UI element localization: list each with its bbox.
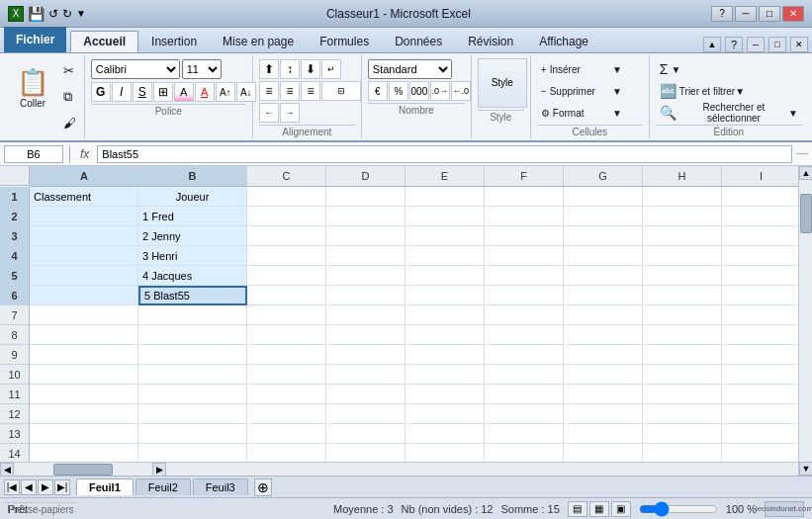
cell-H9[interactable] — [643, 345, 722, 365]
row-header-4[interactable]: 4 — [0, 246, 29, 266]
tab-fichier[interactable]: Fichier — [4, 27, 66, 52]
cell-C3[interactable] — [247, 226, 326, 246]
cell-B7[interactable] — [138, 305, 247, 325]
cell-G4[interactable] — [564, 246, 643, 266]
cell-H11[interactable] — [643, 385, 722, 404]
indent-dec-btn[interactable]: ← — [259, 103, 279, 123]
tab-mise-en-page[interactable]: Mise en page — [210, 31, 307, 52]
couper-button[interactable]: ✂ — [59, 60, 80, 80]
dec-inc-btn[interactable]: .0→ — [430, 81, 450, 101]
cell-reference[interactable] — [4, 145, 63, 163]
row-header-12[interactable]: 12 — [0, 404, 29, 424]
sheet-nav-prev[interactable]: ◀ — [21, 479, 37, 495]
zoom-slider[interactable] — [639, 502, 718, 516]
percent-btn[interactable]: % — [389, 81, 408, 101]
cell-D12[interactable] — [326, 404, 406, 424]
cell-H7[interactable] — [643, 305, 722, 325]
cell-G2[interactable] — [564, 207, 643, 226]
cell-D10[interactable] — [326, 365, 406, 385]
cell-B1[interactable]: Joueur — [138, 187, 247, 207]
col-header-C[interactable]: C — [247, 166, 326, 186]
cell-A1[interactable]: Classement — [30, 187, 138, 207]
increase-font-btn[interactable]: A↑ — [216, 82, 235, 102]
cell-E12[interactable] — [406, 404, 485, 424]
sheet-tab-feuil1[interactable]: Feuil1 — [76, 478, 134, 495]
cell-D14[interactable] — [326, 444, 406, 462]
search-button[interactable]: 🔍 Rechercher et sélectionner ▼ — [656, 103, 802, 123]
cell-A5[interactable] — [30, 266, 138, 286]
cell-F3[interactable] — [485, 226, 564, 246]
cell-F13[interactable] — [485, 424, 564, 444]
cell-D1[interactable] — [326, 187, 406, 207]
cell-A9[interactable] — [30, 345, 138, 365]
tab-insertion[interactable]: Insertion — [138, 31, 210, 52]
sheet-nav-next[interactable]: ▶ — [38, 479, 53, 495]
cell-B5[interactable]: 4 Jacques — [138, 266, 247, 286]
cell-B8[interactable] — [138, 325, 247, 345]
cell-D3[interactable] — [326, 226, 406, 246]
col-header-A[interactable]: A — [30, 166, 138, 186]
row-header-6[interactable]: 6 — [0, 286, 29, 305]
ribbon-minimize-btn[interactable]: ▲ — [703, 37, 721, 52]
row-header-1[interactable]: 1 — [0, 187, 29, 207]
row-header-11[interactable]: 11 — [0, 385, 29, 404]
tab-accueil[interactable]: Accueil — [70, 31, 138, 52]
cell-B4[interactable]: 3 Henri — [138, 246, 247, 266]
cell-I11[interactable] — [722, 385, 798, 404]
cell-D11[interactable] — [326, 385, 406, 404]
app-restore-btn[interactable]: □ — [768, 37, 786, 52]
cell-I10[interactable] — [722, 365, 798, 385]
cell-A10[interactable] — [30, 365, 138, 385]
cell-F9[interactable] — [485, 345, 564, 365]
cell-H13[interactable] — [643, 424, 722, 444]
underline-button[interactable]: S — [133, 82, 152, 102]
cell-D13[interactable] — [326, 424, 406, 444]
cell-H5[interactable] — [643, 266, 722, 286]
scroll-left-btn[interactable]: ◀ — [0, 463, 14, 476]
row-header-10[interactable]: 10 — [0, 365, 29, 385]
cell-I1[interactable] — [722, 187, 798, 207]
cell-A6[interactable] — [30, 286, 138, 305]
cell-B12[interactable] — [138, 404, 247, 424]
cell-B11[interactable] — [138, 385, 247, 404]
align-center-btn[interactable]: ≡ — [280, 81, 300, 101]
cell-E10[interactable] — [406, 365, 485, 385]
number-format-select[interactable]: Standard — [368, 59, 452, 79]
cell-G10[interactable] — [564, 365, 643, 385]
cell-B10[interactable] — [138, 365, 247, 385]
cell-E4[interactable] — [406, 246, 485, 266]
cell-A2[interactable] — [30, 207, 138, 226]
tab-affichage[interactable]: Affichage — [526, 31, 601, 52]
cell-I2[interactable] — [722, 207, 798, 226]
tab-formules[interactable]: Formules — [307, 31, 382, 52]
cell-I3[interactable] — [722, 226, 798, 246]
bold-button[interactable]: G — [91, 82, 111, 102]
v-scrollbar-thumb[interactable] — [800, 194, 812, 233]
cell-A3[interactable] — [30, 226, 138, 246]
cell-G8[interactable] — [564, 325, 643, 345]
ribbon-help-btn[interactable]: ? — [725, 37, 743, 52]
cell-B14[interactable] — [138, 444, 247, 462]
cell-F10[interactable] — [485, 365, 564, 385]
cell-G13[interactable] — [564, 424, 643, 444]
cell-G6[interactable] — [564, 286, 643, 305]
cell-A12[interactable] — [30, 404, 138, 424]
cell-D7[interactable] — [326, 305, 406, 325]
col-header-D[interactable]: D — [326, 166, 406, 186]
cell-D5[interactable] — [326, 266, 406, 286]
fill-color-button[interactable]: A — [174, 82, 194, 102]
help-btn[interactable]: ? — [711, 6, 733, 22]
cell-D8[interactable] — [326, 325, 406, 345]
cell-H12[interactable] — [643, 404, 722, 424]
cell-E8[interactable] — [406, 325, 485, 345]
insert-cell-button[interactable]: + Insérer ▼ — [537, 59, 626, 79]
app-minimize-btn[interactable]: ─ — [747, 37, 765, 52]
font-color-button[interactable]: A — [195, 82, 215, 102]
cell-H2[interactable] — [643, 207, 722, 226]
row-header-14[interactable]: 14 — [0, 444, 29, 462]
cell-F12[interactable] — [485, 404, 564, 424]
cell-E9[interactable] — [406, 345, 485, 365]
normal-view-btn[interactable]: ▤ — [568, 501, 587, 517]
formula-input[interactable] — [97, 145, 792, 163]
font-name-select[interactable]: Calibri — [91, 59, 180, 79]
